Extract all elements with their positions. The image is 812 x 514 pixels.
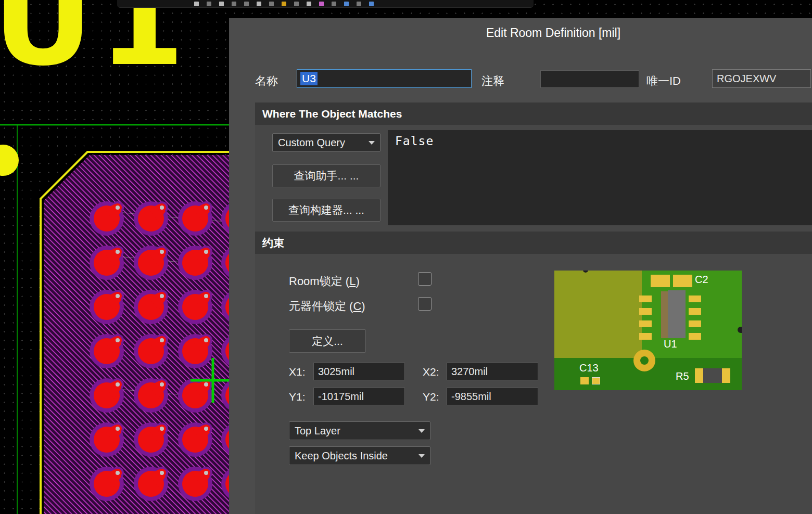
query-builder-button[interactable]: 查询构建器... ... (272, 199, 380, 222)
room-lock-accel-key: L (349, 275, 356, 288)
preview-pad (689, 308, 701, 315)
x1-label: X1: (289, 366, 306, 378)
preview-component-c2 (673, 275, 692, 287)
y2-label: Y2: (423, 391, 439, 403)
preview-room-overlay (554, 271, 642, 358)
preview-component-c13 (580, 377, 589, 384)
define-button-label: 定义... (312, 334, 343, 349)
pcb-pad-yellow (0, 145, 19, 176)
toolbar-icon[interactable] (294, 2, 299, 6)
room-preview: C2 U1 C13 R5 (554, 271, 742, 390)
toolbar-icon[interactable] (357, 2, 361, 6)
name-label: 名称 (255, 73, 278, 89)
preview-pad (639, 333, 652, 340)
component-lock-checkbox[interactable] (418, 297, 432, 311)
preview-component-r5 (722, 368, 730, 383)
preview-label-u1: U1 (664, 338, 677, 350)
preview-label-c13: C13 (579, 362, 599, 374)
chevron-down-icon (418, 454, 425, 458)
component-lock-accel-key: C (353, 300, 361, 313)
unique-id-input[interactable] (712, 69, 811, 88)
room-lock-label: Room锁定 (L) (289, 274, 360, 289)
toolbar (117, 0, 534, 8)
preview-component-r5 (703, 368, 722, 383)
preview-component-u1-body (668, 290, 686, 338)
query-helper-button-label: 查询助手... ... (294, 169, 359, 183)
preview-label-r5: R5 (676, 370, 689, 382)
toolbar-icon[interactable] (269, 2, 274, 6)
toolbar-icon[interactable] (207, 2, 211, 6)
toolbar-icon[interactable] (332, 2, 336, 6)
query-type-dropdown[interactable]: Custom Query (272, 133, 380, 152)
room-lock-checkbox[interactable] (418, 272, 432, 286)
preview-label-c2: C2 (695, 274, 708, 286)
x2-input[interactable] (447, 363, 538, 380)
component-lock-label: 元器件锁定 (C) (289, 299, 365, 314)
toolbar-icon[interactable] (194, 2, 199, 6)
preview-donut-pad (633, 350, 655, 371)
x2-label: X2: (423, 366, 439, 378)
containment-dropdown[interactable]: Keep Objects Inside (289, 446, 430, 465)
chevron-down-icon (369, 141, 375, 145)
preview-pad (689, 320, 701, 327)
toolbar-icon[interactable] (319, 2, 324, 6)
name-input[interactable]: U3 (297, 69, 472, 88)
toolbar-icon[interactable] (307, 2, 311, 6)
toolbar-icon[interactable] (369, 2, 374, 6)
y1-label: Y1: (289, 391, 306, 403)
y2-input[interactable] (447, 388, 538, 405)
preview-pad (639, 295, 652, 302)
comment-label: 注释 (481, 73, 504, 89)
preview-component-r5 (695, 368, 703, 383)
toolbar-icon[interactable] (219, 2, 224, 6)
query-type-value: Custom Query (278, 137, 345, 149)
chevron-down-icon (418, 429, 425, 433)
toolbar-icon[interactable] (232, 2, 236, 6)
query-builder-button-label: 查询构建器... ... (288, 203, 364, 217)
component-lock-label-text: 元器件锁定 ( (289, 300, 353, 313)
name-input-value: U3 (300, 72, 318, 85)
y1-input[interactable] (313, 388, 405, 405)
query-text-area[interactable]: False (388, 130, 812, 225)
preview-pad (639, 308, 652, 315)
silkscreen-designator: U1 (0, 0, 190, 83)
preview-edge-notch (738, 327, 742, 333)
dialog-title: Edit Room Definition [mil] (229, 26, 812, 40)
preview-pad (639, 320, 652, 327)
constraints-section-header: 约束 (255, 232, 812, 254)
layer-dropdown-value: Top Layer (295, 425, 340, 437)
containment-dropdown-value: Keep Objects Inside (295, 450, 388, 462)
layer-dropdown[interactable]: Top Layer (289, 421, 430, 440)
preview-pad (689, 333, 701, 340)
match-section-header: Where The Object Matches (255, 102, 812, 125)
unique-id-label: 唯一ID (646, 73, 681, 89)
comment-input[interactable] (540, 70, 639, 88)
room-lock-label-text: Room锁定 ( (289, 275, 349, 288)
toolbar-icon[interactable] (257, 2, 261, 6)
preview-pad (689, 295, 701, 302)
query-helper-button[interactable]: 查询助手... ... (272, 164, 380, 187)
edit-room-definition-dialog: Edit Room Definition [mil] 名称 U3 注释 唯一ID… (229, 18, 812, 514)
preview-component-c2 (651, 275, 670, 287)
x1-input[interactable] (313, 363, 405, 380)
preview-component-c13 (592, 377, 600, 384)
toolbar-icon[interactable] (344, 2, 349, 6)
room-lock-label-close: ) (356, 275, 359, 288)
query-text: False (395, 134, 434, 148)
toolbar-icon[interactable] (282, 2, 286, 6)
component-lock-label-close: ) (361, 300, 365, 313)
define-button[interactable]: 定义... (289, 329, 366, 353)
toolbar-icon[interactable] (244, 2, 249, 6)
